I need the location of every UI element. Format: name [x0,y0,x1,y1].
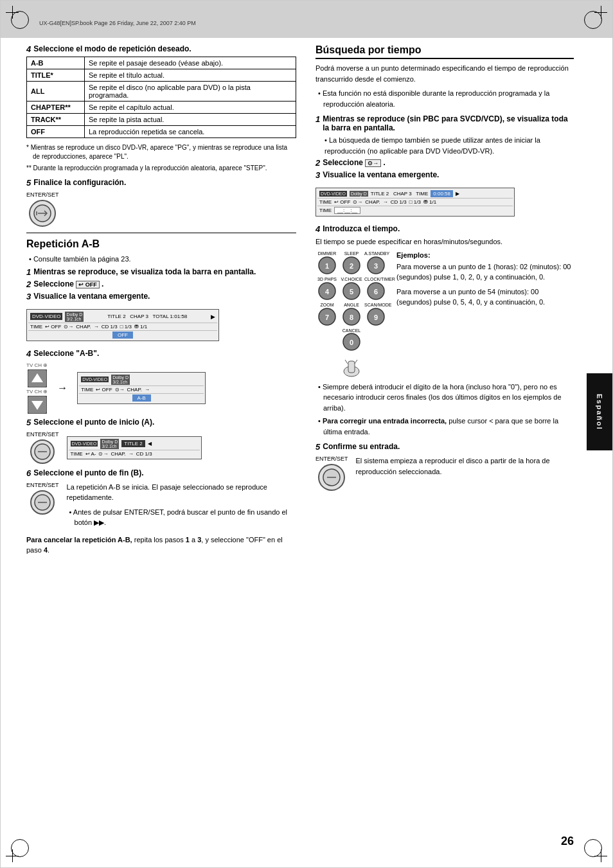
footnote-2: ** Durante la reproducción programada y … [26,164,296,173]
page-number: 26 [561,835,574,848]
screen2-mockup: DVD-VIDEO Dolby D3/2.1ch TIME ↩ OFF ⊙→ C… [77,368,206,408]
bt-step4-desc: El tiempo se puede especificar en horas/… [315,236,574,247]
sep-line-1 [26,233,296,233]
hand-cancel-icon [339,353,364,378]
page: UX-G48[EN]SP.book Page 26 Friday, June 2… [0,0,613,868]
enter-label2: ENTER/SET [26,431,59,438]
right-column: Búsqueda por tiempo Podrá moverse a un p… [315,44,574,560]
ab-diagram: TV CH ⊕ TV CH ⊕ → [26,362,296,414]
keypad-examples: DIMMER SLEEP A.STANDBY 1 2 [315,251,574,378]
enter-button2-icon [30,439,55,465]
keypad-labels2: 3D PHPS V.CHOICE CLOCK/TIMER [315,277,387,281]
left-column: 4 Seleccione el modo de repetición desea… [26,44,296,560]
cancel-text: Para cancelar la repetición A-B, repita … [26,535,296,556]
enter-label: ENTER/SET [26,191,59,198]
table-cell-key: A-B [27,57,85,69]
table-cell-key: TRACK** [27,114,85,126]
svg-text:5: 5 [350,288,353,296]
columns: 4 Seleccione el modo de repetición desea… [26,44,574,560]
table-cell-key: OFF [27,126,85,138]
ab-step4-heading: 4 Seleccione "A-B". [26,349,296,359]
svg-text:2: 2 [350,262,353,270]
enter-button4-icon [317,463,346,492]
enter-button-icon [28,199,57,227]
ab-step3-heading: 3 Visualice la ventana emergente. [26,292,296,301]
keypad-row4: 0 [315,333,387,351]
svg-text:9: 9 [374,314,378,321]
key-4[interactable]: 4 [317,282,337,300]
ab-step5-heading: 5 Seleccione el punto de inicio (A). [26,418,296,427]
bullet1: • Esta función no está disponible durant… [315,88,574,109]
key-7[interactable]: 7 [317,308,337,326]
ab-arrow-icon: → [57,382,67,394]
header-text: UX-G48[EN]SP.book Page 26 Friday, June 2… [39,20,196,26]
busqueda-title: Búsqueda por tiempo [315,44,574,59]
keypad-labels1: DIMMER SLEEP A.STANDBY [315,251,387,256]
keypad-row1: 1 2 3 [315,256,387,274]
svg-text:3: 3 [374,262,378,270]
bt-step2-heading: 2 Seleccione ⊙→ . [315,158,574,168]
table-cell-value: Se repite el disco (no aplicable para DV… [85,82,296,102]
keypad-row3: 7 8 9 [315,308,387,326]
ab-step2-heading: 2 Seleccione ↩ OFF . [26,279,296,289]
table-cell-value: La reproducción repetida se cancela. [85,126,296,138]
table-cell-value: Se repite la pista actual. [85,114,296,126]
table-cell-key: ALL [27,82,85,102]
svg-text:4: 4 [325,288,330,296]
key-2[interactable]: 2 [342,256,361,274]
note1: • Siempre deberá introducir el dígito de… [315,382,574,414]
screen3-mockup: DVD-VIDEO Dolby D3/2.1ch TITLE 2 ◀ TIME … [67,432,202,463]
ab-step6-heading: 6 Seleccione el punto de fin (B). [26,468,296,478]
repeat-table: A-BSe repite el pasaje deseado (véase ab… [26,57,296,138]
bt-step5-desc: El sistema empieza a reproducir el disco… [356,456,574,477]
nav-arrows-left: TV CH ⊕ TV CH ⊕ [26,362,48,414]
step5ab-content: ENTER/SET DVD-VIDEO Dolby D3/2.1ch [26,431,296,465]
bt-step1-heading: 1 Mientras se reproduce (sin PBC para SV… [315,114,574,132]
cancel-icon [315,353,387,378]
bt-step4-heading: 4 Introduzca el tiempo. [315,224,574,234]
content-area: 4 Seleccione el modo de repetición desea… [26,44,574,829]
enter-label4: ENTER/SET [315,456,348,462]
circle-tr [584,11,602,29]
top-bar [1,1,612,38]
table-cell-value: Se repite el capítulo actual. [85,102,296,114]
cancel-label: CANCEL [315,328,387,333]
rep-ab-bullet: • Consulte también la página 23. [26,254,296,265]
screen1-mockup: DVD-VIDEO Dolby D3/2.1ch TITLE 2 CHAP 3 … [26,305,296,345]
step5-heading: 5 Finalice la configuración. [26,178,296,188]
circle-br [584,839,602,857]
table-cell-key: CHAPTER** [27,102,85,114]
key-5[interactable]: 5 [342,282,361,300]
keypad-labels3: ZOOM ANGLE SCAN/MODE [315,303,387,307]
up-arrow [28,369,47,387]
ab-step1-heading: 1 Mientras se reproduce, se visualiza to… [26,267,296,277]
examples-title: Ejemplos: [396,251,574,259]
example2: Para moverse a un punto de 54 (minutos):… [396,287,574,308]
keypad-row2: 4 5 6 [315,282,387,300]
circle-bl [11,839,29,857]
language-tab: Español [587,373,612,450]
svg-rect-34 [348,361,355,373]
key-9[interactable]: 9 [366,308,386,326]
svg-line-35 [345,360,348,364]
svg-line-36 [355,360,357,364]
bt-step1-bullet: • La búsqueda de tiempo también se puede… [315,135,574,156]
footnote-1: * Mientras se reproduce un disco DVD-VR,… [26,143,296,161]
enter-label3: ENTER/SET [26,482,59,488]
note2: • Para corregir una entrada incorrecta, … [315,416,574,437]
key-8[interactable]: 8 [342,308,361,326]
key-1[interactable]: 1 [317,256,337,274]
svg-text:8: 8 [350,314,353,321]
example1: Para moverse a un punto de 1 (horas): 02… [396,261,574,283]
key-0[interactable]: 0 [342,333,361,351]
svg-text:7: 7 [325,314,329,321]
intro-text: Podrá moverse a un punto determinado esp… [315,63,574,84]
step6-desc: La repetición A-B se inicia. El pasaje s… [67,482,296,531]
step4-heading: 4 Seleccione el modo de repetición desea… [26,44,296,54]
key-3[interactable]: 3 [366,256,386,274]
key-6[interactable]: 6 [366,282,386,300]
enter-button3-icon [30,490,55,515]
bt-step5-content: ENTER/SET El sistema empieza a reproduci… [315,456,574,492]
svg-text:1: 1 [325,262,329,270]
table-cell-value: Se repite el título actual. [85,69,296,82]
